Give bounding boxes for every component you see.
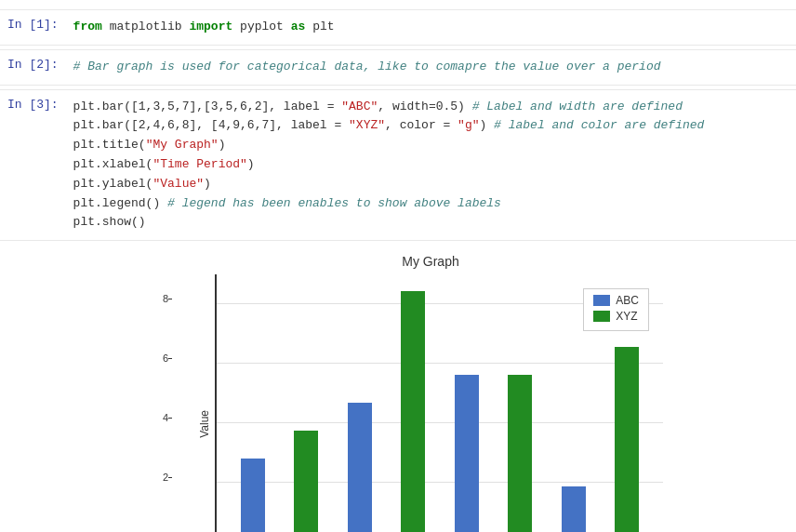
bar-blue bbox=[348, 403, 372, 532]
code-line-3: plt.title("My Graph") bbox=[73, 136, 789, 155]
y-tick: 8 bbox=[163, 293, 168, 304]
notebook: In [1]: from matplotlib import pyplot as… bbox=[0, 0, 796, 532]
chart-container: My Graph Value 02468 ABC bbox=[198, 254, 663, 532]
bar-group bbox=[440, 375, 494, 532]
code-line-7: plt.show() bbox=[73, 213, 789, 233]
string-xyz: "XYZ" bbox=[349, 118, 385, 132]
cell-3: In [3]: plt.bar([1,3,5,7],[3,5,6,2], lab… bbox=[0, 89, 796, 242]
code-text: plt.legend() bbox=[73, 196, 167, 210]
bar-blue bbox=[562, 486, 586, 532]
bar-group bbox=[601, 347, 655, 532]
y-axis-label: Value bbox=[198, 410, 211, 438]
legend-item-xyz: XYZ bbox=[593, 310, 639, 323]
keyword-import: import bbox=[189, 20, 232, 33]
bar-group bbox=[547, 486, 601, 532]
bar-group bbox=[494, 375, 548, 532]
bar-blue bbox=[241, 459, 265, 532]
code-line-5: plt.ylabel("Value") bbox=[73, 175, 789, 194]
chart-plot: 02468 ABC XYZ bbox=[215, 274, 663, 532]
code-text: ) bbox=[204, 177, 211, 191]
cell-2-content: # Bar graph is used for categorical data… bbox=[66, 56, 796, 79]
code-text: ) bbox=[247, 157, 255, 171]
cell-2: In [2]: # Bar graph is used for categori… bbox=[0, 49, 796, 86]
cell-3-content: plt.bar([1,3,5,7],[3,5,6,2], label = "AB… bbox=[66, 96, 796, 235]
string-abc: "ABC" bbox=[341, 100, 378, 113]
bar-group bbox=[226, 459, 280, 532]
bar-green bbox=[294, 431, 318, 532]
code-comment: # label and color are defined bbox=[494, 118, 704, 132]
cell-3-label: In [3]: bbox=[0, 96, 66, 112]
code-text: , width=0.5) bbox=[378, 100, 471, 113]
chart-inner: 02468 ABC XYZ bbox=[215, 274, 663, 532]
y-tick: 4 bbox=[163, 412, 168, 423]
code-text: plt.title( bbox=[73, 138, 146, 152]
legend-color-abc bbox=[593, 295, 610, 306]
legend-color-xyz bbox=[593, 311, 610, 322]
code-text: matplotlib bbox=[110, 20, 190, 33]
code-text: plt.bar([2,4,6,8], [4,9,6,7], label = bbox=[73, 118, 349, 132]
keyword-from: from bbox=[73, 20, 102, 33]
bar-group bbox=[280, 431, 334, 532]
chart-output: My Graph Value 02468 ABC bbox=[0, 245, 796, 532]
code-comment-legend: # legend has been enables to show above … bbox=[167, 196, 501, 210]
code-line-6: plt.legend() # legend has been enables t… bbox=[73, 194, 789, 214]
bar-green bbox=[401, 291, 425, 532]
code-line-2: plt.bar([2,4,6,8], [4,9,6,7], label = "X… bbox=[73, 116, 789, 136]
code-line-1: plt.bar([1,3,5,7],[3,5,6,2], label = "AB… bbox=[73, 98, 789, 117]
string-title: "My Graph" bbox=[146, 138, 219, 152]
chart-title: My Graph bbox=[198, 254, 663, 269]
string-g: "g" bbox=[458, 118, 479, 132]
code-comment: # Bar graph is used for categorical data… bbox=[73, 60, 661, 73]
bar-blue bbox=[455, 375, 479, 532]
chart-legend: ABC XYZ bbox=[583, 288, 649, 331]
cell-1-label: In [1]: bbox=[0, 16, 66, 32]
legend-item-abc: ABC bbox=[593, 294, 639, 307]
code-text: pyplot bbox=[240, 20, 291, 33]
code-text: plt bbox=[312, 20, 334, 33]
bar-group bbox=[387, 291, 441, 532]
cell-2-label: In [2]: bbox=[0, 56, 66, 72]
bar-group bbox=[333, 403, 387, 532]
code-text: plt.bar([1,3,5,7],[3,5,6,2], label = bbox=[73, 100, 342, 113]
legend-label-xyz: XYZ bbox=[616, 310, 637, 323]
code-text: ) bbox=[219, 138, 226, 152]
string-ylabel: "Value" bbox=[153, 177, 204, 191]
legend-label-abc: ABC bbox=[616, 294, 639, 307]
code-comment: # Label and width are defined bbox=[472, 100, 683, 113]
y-tick: 6 bbox=[163, 352, 168, 364]
cell-1: In [1]: from matplotlib import pyplot as… bbox=[0, 9, 796, 46]
chart-area: Value 02468 ABC bbox=[198, 274, 663, 532]
bar-green bbox=[508, 375, 532, 532]
cell-1-content: from matplotlib import pyplot as plt bbox=[66, 16, 796, 39]
bar-green bbox=[615, 347, 639, 532]
code-text: ) bbox=[480, 118, 495, 132]
code-text: plt.xlabel( bbox=[73, 157, 153, 171]
code-line-4: plt.xlabel("Time Period") bbox=[73, 155, 789, 175]
code-text: , color = bbox=[385, 118, 458, 132]
keyword-as: as bbox=[291, 20, 306, 33]
string-xlabel: "Time Period" bbox=[153, 157, 246, 171]
code-text: plt.show() bbox=[73, 215, 146, 229]
y-tick: 2 bbox=[163, 472, 168, 483]
code-text: plt.ylabel( bbox=[73, 177, 153, 191]
